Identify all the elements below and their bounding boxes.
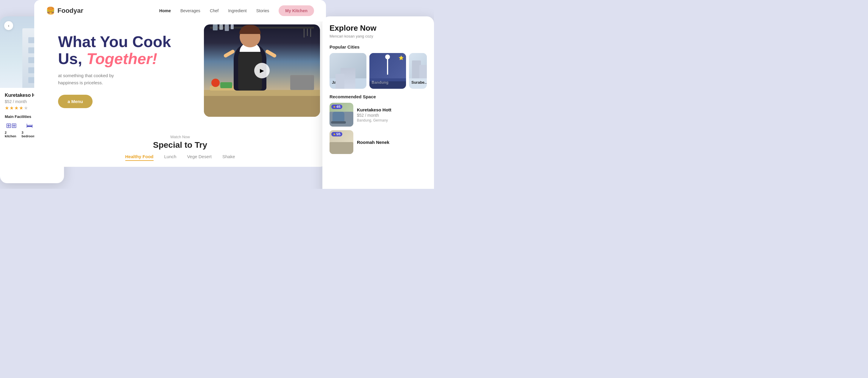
bedroom-icon: 🛏: [26, 122, 33, 129]
my-kitchen-button[interactable]: My Kitchen: [279, 5, 314, 16]
jakarta-image: [330, 53, 366, 78]
rec-info-1: Kuretakeso Hott $52 / month Bandung, Ger…: [357, 107, 427, 122]
nav-item-ingredient[interactable]: Ingredient: [228, 8, 246, 13]
nav-item-beverages[interactable]: Beverages: [180, 8, 200, 13]
explore-subtitle: Mencari kosan yang cozy: [330, 34, 427, 38]
rec-name-2: Roomah Nenek: [357, 140, 427, 145]
city-card-surabaya-partial[interactable]: Surabe...: [409, 53, 427, 89]
recommended-title: Recommended Space: [330, 94, 427, 99]
space-needle-icon: [387, 57, 388, 75]
nav-link-home[interactable]: Home: [159, 8, 171, 13]
city-card-bandung[interactable]: ⭐ Bandung: [369, 53, 406, 89]
play-button[interactable]: ▶: [254, 63, 270, 78]
rec-location-1: Bandung, Germany: [357, 118, 427, 122]
nav-item-home[interactable]: Home: [159, 8, 171, 13]
facility-kitchen: ⊞⊞ 2 kitchen: [5, 122, 18, 138]
rec-card-roomah-nenek[interactable]: ★ 5/5 Roomah Nenek: [330, 130, 427, 154]
navbar: 🍔 Foodyar Home Beverages Chef Ingredient…: [34, 0, 326, 22]
rec-price-1: $52 / month: [357, 113, 427, 118]
city-card-jakarta[interactable]: Jakarta: [330, 53, 366, 89]
explore-panel: Explore Now Mencari kosan yang cozy Popu…: [322, 17, 434, 189]
logo-name: Foodyar: [57, 7, 83, 14]
hero-text: What You Cook Us, Together! at something…: [34, 22, 326, 167]
cities-row: Jakarta ⭐ Bandung Surabe...: [330, 53, 427, 89]
kitchen-icon: ⊞⊞: [6, 122, 17, 129]
rec-name-1: Kuretakeso Hott: [357, 107, 427, 112]
nav-link-chef[interactable]: Chef: [210, 8, 219, 13]
hero-subtitle: at something that cooked byhappiness is …: [58, 72, 326, 86]
rec-info-2: Roomah Nenek: [357, 140, 427, 145]
nav-item-chef[interactable]: Chef: [210, 8, 219, 13]
rec-badge-2: ★ 5/5: [331, 132, 342, 137]
bandung-star-badge: ⭐: [399, 55, 404, 60]
nav-link-ingredient[interactable]: Ingredient: [228, 8, 246, 13]
hero-section: What You Cook Us, Together! at something…: [34, 22, 326, 167]
card-back-button[interactable]: ‹: [4, 21, 13, 30]
explore-menu-button[interactable]: a Menu: [58, 95, 93, 108]
rec-badge-1: ★ 4/5: [331, 105, 342, 109]
rec-image-1: ★ 4/5: [330, 103, 353, 126]
food-app-window: 🍔 Foodyar Home Beverages Chef Ingredient…: [34, 0, 326, 167]
rec-card-kuretakeso[interactable]: ★ 4/5 Kuretakeso Hott $52 / month Bandun…: [330, 103, 427, 126]
logo-icon: 🍔: [46, 6, 55, 15]
kitchen-count: 2 kitchen: [5, 131, 18, 138]
hero-title: What You Cook Us, Together!: [58, 33, 326, 67]
nav-link-beverages[interactable]: Beverages: [180, 8, 200, 13]
nav-link-stories[interactable]: Stories: [256, 8, 269, 13]
surabaya-city-name: Surabe...: [409, 78, 427, 86]
explore-title: Explore Now: [330, 24, 427, 33]
logo: 🍔 Foodyar: [46, 6, 83, 15]
nav-item-stories[interactable]: Stories: [256, 8, 269, 13]
popular-cities-title: Popular Cities: [330, 45, 427, 50]
nav-links: Home Beverages Chef Ingredient Stories: [159, 8, 269, 13]
rec-image-2: ★ 5/5: [330, 130, 353, 154]
